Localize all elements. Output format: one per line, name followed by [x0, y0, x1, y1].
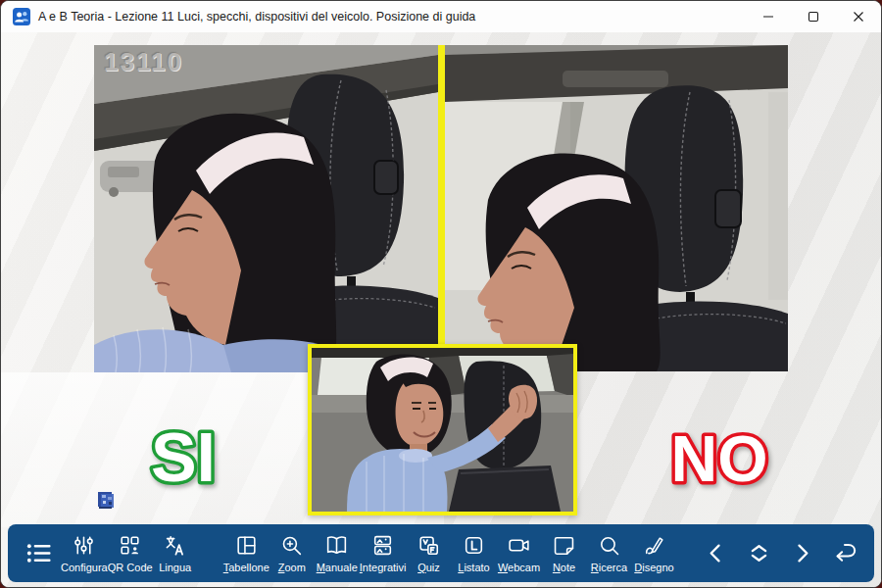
grid-icon: [234, 533, 259, 558]
toolbar-label-zoom: Zoom: [278, 562, 306, 573]
close-button[interactable]: [836, 1, 881, 32]
main-toolbar: Configura QR Code Lingua Tabellone Zoom …: [8, 524, 874, 582]
no-label: NO: [671, 422, 768, 495]
photo-wrong-position: [445, 45, 788, 371]
toolbar-document-group: Tabellone Zoom Manuale Integrativi Quiz …: [223, 524, 677, 582]
zoom-in-icon: [279, 533, 304, 558]
window-title: A e B Teoria - Lezione 11 Luci, specchi,…: [38, 10, 475, 24]
minimize-button[interactable]: [746, 1, 791, 32]
app-window: A e B Teoria - Lezione 11 Luci, specchi,…: [0, 0, 882, 588]
photo-adjusting-headrest: [308, 344, 577, 515]
toolbar-item-expand[interactable]: [737, 524, 780, 582]
camera-icon: [507, 533, 531, 558]
maximize-icon: [808, 11, 819, 23]
toolbar-item-note[interactable]: Note: [542, 524, 587, 582]
toolbar-label-manuale: Manuale: [317, 562, 358, 573]
toolbar-item-disegno[interactable]: Disegno: [632, 524, 677, 582]
toolbar-item-configura[interactable]: Configura: [61, 524, 108, 582]
toolbar-item-webcam[interactable]: Webcam: [497, 524, 542, 582]
toolbar-label-configura: Configura: [61, 562, 108, 573]
toolbar-label-integrativi: Integrativi: [360, 562, 407, 573]
photo-divider: [438, 45, 445, 372]
toolbar-item-manuale[interactable]: Manuale: [315, 524, 360, 582]
minimize-icon: [762, 11, 774, 23]
search-icon: [597, 533, 621, 558]
toolbar-primary-group: Configura QR Code Lingua: [16, 524, 198, 582]
vf-icon: [416, 533, 441, 558]
toolbar-item-lingua[interactable]: Lingua: [153, 524, 198, 582]
toolbar-item-integrativi[interactable]: Integrativi: [360, 524, 407, 582]
verdict-si: SI: [105, 411, 262, 501]
title-bar: A e B Teoria - Lezione 11 Luci, specchi,…: [1, 1, 881, 32]
toolbar-item-listato[interactable]: Listato: [452, 524, 497, 582]
toolbar-label-note: Note: [553, 562, 575, 573]
translate-icon: [163, 533, 187, 558]
book-icon: [324, 533, 349, 558]
toolbar-item-next[interactable]: [780, 524, 823, 582]
list-icon: [24, 539, 53, 567]
toolbar-label-quiz: Quiz: [417, 562, 440, 573]
toolbar-label-qr-code: QR Code: [108, 562, 153, 573]
si-label: SI: [151, 419, 216, 496]
l-square-icon: [462, 533, 486, 558]
slide-area: 13110: [1, 32, 882, 588]
toolbar-item-return[interactable]: [823, 524, 866, 582]
images-icon: [370, 533, 395, 558]
toolbar-label-listato: Listato: [458, 562, 489, 573]
chevron-right-icon: [788, 539, 816, 567]
return-arrow-icon: [831, 539, 859, 567]
pen-icon: [642, 533, 666, 558]
toolbar-label-lingua: Lingua: [159, 562, 191, 573]
publisher-stamp-icon: [97, 490, 115, 510]
qr-icon: [118, 533, 142, 558]
image-number: 13110: [104, 47, 183, 77]
sliders-icon: [72, 533, 96, 558]
toolbar-item-ricerca[interactable]: Ricerca: [587, 524, 632, 582]
window-controls: [746, 1, 881, 32]
app-icon: [13, 8, 30, 25]
toolbar-item-tabellone[interactable]: Tabellone: [223, 524, 270, 582]
note-icon: [552, 533, 576, 558]
toolbar-label-ricerca: Ricerca: [591, 562, 627, 573]
toolbar-label-tabellone: Tabellone: [223, 562, 270, 573]
chevron-left-icon: [702, 539, 730, 567]
verdict-no: NO: [636, 413, 803, 501]
toolbar-label-webcam: Webcam: [498, 562, 540, 573]
maximize-button[interactable]: [791, 1, 836, 32]
toolbar-nav-group: [694, 524, 866, 582]
close-icon: [853, 11, 864, 23]
photo-correct-position: 13110: [94, 45, 438, 372]
toolbar-item-zoom[interactable]: Zoom: [270, 524, 315, 582]
toolbar-item-prev[interactable]: [694, 524, 737, 582]
toolbar-item-menu[interactable]: [16, 524, 61, 582]
toolbar-label-disegno: Disegno: [634, 562, 673, 573]
toolbar-item-qr-code[interactable]: QR Code: [108, 524, 153, 582]
chevron-up-down-icon: [745, 539, 773, 567]
toolbar-item-quiz[interactable]: Quiz: [407, 524, 452, 582]
